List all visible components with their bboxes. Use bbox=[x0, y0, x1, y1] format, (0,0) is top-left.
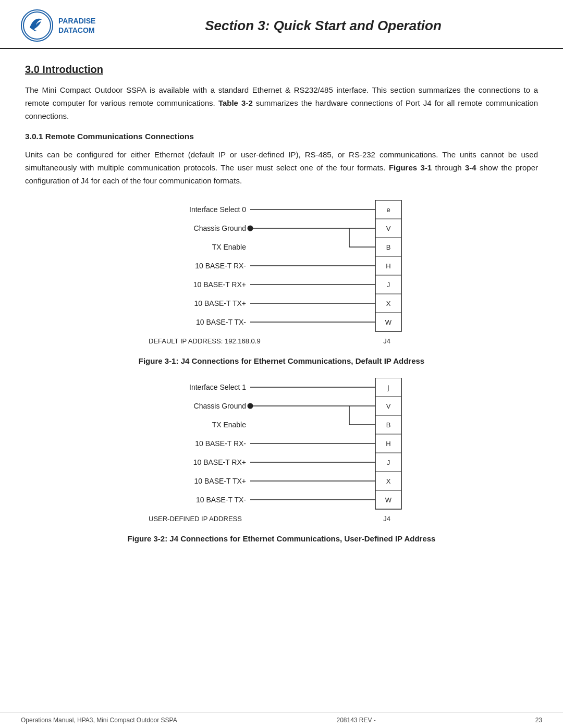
svg-text:10 BASE-T TX+: 10 BASE-T TX+ bbox=[194, 299, 246, 307]
logo-line2: DATACOM bbox=[58, 26, 95, 35]
logo-area: PARADISE DATACOM bbox=[21, 9, 125, 42]
svg-point-24 bbox=[248, 225, 253, 231]
svg-text:H: H bbox=[386, 262, 390, 270]
svg-text:Chassis Ground: Chassis Ground bbox=[194, 224, 246, 232]
page-content: 3.0 Introduction The Mini Compact Outdoo… bbox=[0, 49, 563, 566]
svg-text:X: X bbox=[386, 477, 391, 485]
logo-text: PARADISE DATACOM bbox=[58, 16, 95, 35]
svg-text:TX Enable: TX Enable bbox=[212, 421, 247, 429]
section-title: Section 3: Quick Start and Operation bbox=[125, 18, 542, 34]
svg-text:W: W bbox=[385, 318, 392, 326]
svg-text:V: V bbox=[386, 402, 391, 410]
page-footer: Operations Manual, HPA3, Mini Compact Ou… bbox=[0, 712, 563, 728]
svg-text:W: W bbox=[385, 496, 392, 504]
footer-left: Operations Manual, HPA3, Mini Compact Ou… bbox=[21, 717, 177, 724]
figure2-diagram: j V B H J X W Interface Select 1 Chassis… bbox=[25, 378, 538, 529]
subsection-heading: 3.0.1 Remote Communications Connections bbox=[25, 132, 538, 141]
svg-text:10 BASE-T TX-: 10 BASE-T TX- bbox=[196, 318, 246, 326]
svg-text:B: B bbox=[386, 421, 391, 429]
logo-line1: PARADISE bbox=[58, 16, 95, 26]
svg-text:B: B bbox=[386, 243, 391, 251]
svg-text:Interface Select 0: Interface Select 0 bbox=[189, 205, 246, 214]
svg-text:TX Enable: TX Enable bbox=[212, 243, 247, 251]
svg-text:J4: J4 bbox=[383, 337, 390, 345]
svg-text:10 BASE-T TX+: 10 BASE-T TX+ bbox=[194, 477, 246, 485]
footer-center: 208143 REV - bbox=[336, 717, 375, 724]
figure1-svg: e V B H J X W Interface Select 0 Chassis… bbox=[146, 200, 417, 351]
logo-icon bbox=[21, 9, 53, 42]
footer-right: 23 bbox=[535, 717, 542, 724]
svg-text:H: H bbox=[386, 440, 390, 448]
svg-text:10 BASE-T TX-: 10 BASE-T TX- bbox=[196, 496, 246, 504]
svg-text:10 BASE-T RX+: 10 BASE-T RX+ bbox=[193, 458, 246, 466]
svg-text:X: X bbox=[386, 300, 391, 307]
svg-text:10 BASE-T RX-: 10 BASE-T RX- bbox=[195, 439, 246, 448]
figure2-caption: Figure 3-2: J4 Connections for Ethernet … bbox=[25, 534, 538, 543]
svg-text:Chassis Ground: Chassis Ground bbox=[194, 402, 246, 410]
svg-point-56 bbox=[248, 403, 253, 409]
svg-text:Interface Select 1: Interface Select 1 bbox=[189, 383, 246, 391]
svg-text:10 BASE-T RX-: 10 BASE-T RX- bbox=[195, 262, 246, 270]
body-paragraph: Units can be configured for either Ether… bbox=[25, 149, 538, 187]
section-heading: 3.0 Introduction bbox=[25, 64, 538, 76]
svg-text:V: V bbox=[386, 225, 391, 232]
svg-text:J4: J4 bbox=[383, 515, 390, 523]
svg-text:J: J bbox=[387, 281, 390, 289]
figure1-diagram: e V B H J X W Interface Select 0 Chassis… bbox=[25, 200, 538, 351]
logo-svg bbox=[22, 11, 52, 40]
svg-text:USER-DEFINED IP ADDRESS: USER-DEFINED IP ADDRESS bbox=[149, 515, 242, 523]
svg-text:e: e bbox=[386, 206, 390, 214]
svg-text:10 BASE-T RX+: 10 BASE-T RX+ bbox=[193, 280, 246, 289]
figure2-svg: j V B H J X W Interface Select 1 Chassis… bbox=[146, 378, 417, 529]
page-header: PARADISE DATACOM Section 3: Quick Start … bbox=[0, 0, 563, 49]
svg-text:j: j bbox=[387, 384, 389, 391]
svg-text:J: J bbox=[387, 459, 390, 466]
svg-text:DEFAULT IP ADDRESS: 192.168.0.: DEFAULT IP ADDRESS: 192.168.0.9 bbox=[149, 337, 261, 345]
figure1-caption: Figure 3-1: J4 Connections for Ethernet … bbox=[25, 356, 538, 365]
intro-paragraph: The Mini Compact Outdoor SSPA is availab… bbox=[25, 84, 538, 122]
